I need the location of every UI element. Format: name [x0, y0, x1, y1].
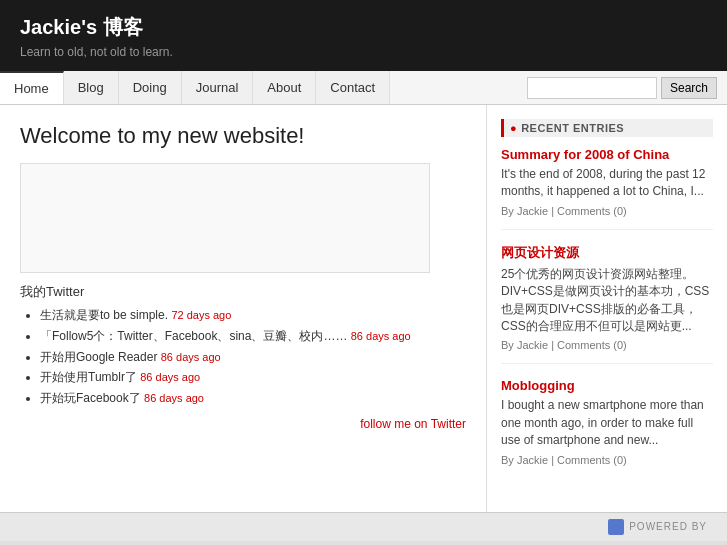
featured-image: [20, 163, 430, 273]
tweet-text: 「Follow5个：Twitter、Facebook、sina、豆瓣、校内……: [40, 329, 351, 343]
rss-icon: ●: [510, 122, 517, 134]
tweet-text: 生活就是要to be simple.: [40, 308, 171, 322]
powered-text: POWERED BY: [629, 521, 707, 532]
tweet-text: 开始玩Facebook了: [40, 391, 144, 405]
content-area: Welcome to my new website! 我的Twitter 生活就…: [0, 105, 487, 512]
tweet-time: 86 days ago: [161, 351, 221, 363]
page-heading: Welcome to my new website!: [20, 123, 466, 149]
main-area: Welcome to my new website! 我的Twitter 生活就…: [0, 105, 727, 512]
list-item: 开始玩Facebook了 86 days ago: [40, 390, 466, 407]
entry-title[interactable]: Summary for 2008 of China: [501, 147, 713, 162]
search-button[interactable]: Search: [661, 77, 717, 99]
tweet-time: 72 days ago: [171, 309, 231, 321]
nav-doing[interactable]: Doing: [119, 71, 182, 104]
sidebar-entry: 网页设计资源 25个优秀的网页设计资源网站整理。DIV+CSS是做网页设计的基本…: [501, 244, 713, 365]
entry-meta: By Jackie | Comments (0): [501, 205, 713, 217]
entry-meta: By Jackie | Comments (0): [501, 454, 713, 466]
tweet-time: 86 days ago: [140, 371, 200, 383]
entry-excerpt: 25个优秀的网页设计资源网站整理。DIV+CSS是做网页设计的基本功，CSS也是…: [501, 266, 713, 336]
nav-blog[interactable]: Blog: [64, 71, 119, 104]
nav-links: Home Blog Doing Journal About Contact: [0, 71, 517, 104]
sidebar-entry: Moblogging I bought a new smartphone mor…: [501, 378, 713, 477]
nav-search-area: Search: [517, 71, 727, 104]
site-header: Jackie's 博客 Learn to old, not old to lea…: [0, 0, 727, 71]
entry-meta: By Jackie | Comments (0): [501, 339, 713, 351]
nav-contact[interactable]: Contact: [316, 71, 390, 104]
twitter-section: 我的Twitter 生活就是要to be simple. 72 days ago…: [20, 283, 466, 431]
tweet-text: 开始用Google Reader: [40, 350, 161, 364]
tweet-text: 开始使用Tumblr了: [40, 370, 140, 384]
entry-excerpt: It's the end of 2008, during the past 12…: [501, 166, 713, 201]
nav-journal[interactable]: Journal: [182, 71, 254, 104]
twitter-list: 生活就是要to be simple. 72 days ago 「Follow5个…: [20, 307, 466, 407]
search-input[interactable]: [527, 77, 657, 99]
powered-icon: [608, 519, 624, 535]
entry-excerpt: I bought a new smartphone more than one …: [501, 397, 713, 449]
site-subtitle: Learn to old, not old to learn.: [20, 45, 707, 59]
tweet-time: 86 days ago: [351, 330, 411, 342]
entry-title[interactable]: 网页设计资源: [501, 244, 713, 262]
recent-entries-section: ● RECENT ENTRIES Summary for 2008 of Chi…: [501, 119, 713, 478]
follow-twitter-link[interactable]: follow me on Twitter: [20, 417, 466, 431]
powered-by-badge: POWERED BY: [608, 519, 707, 535]
list-item: 「Follow5个：Twitter、Facebook、sina、豆瓣、校内…… …: [40, 328, 466, 345]
nav-bar: Home Blog Doing Journal About Contact Se…: [0, 71, 727, 105]
nav-home[interactable]: Home: [0, 71, 64, 104]
tweet-time: 86 days ago: [144, 392, 204, 404]
sidebar: ● RECENT ENTRIES Summary for 2008 of Chi…: [487, 105, 727, 512]
entry-title[interactable]: Moblogging: [501, 378, 713, 393]
list-item: 生活就是要to be simple. 72 days ago: [40, 307, 466, 324]
list-item: 开始使用Tumblr了 86 days ago: [40, 369, 466, 386]
sidebar-entry: Summary for 2008 of China It's the end o…: [501, 147, 713, 230]
nav-about[interactable]: About: [253, 71, 316, 104]
site-title: Jackie's 博客: [20, 14, 707, 41]
site-footer: POWERED BY: [0, 512, 727, 541]
sidebar-section-title: ● RECENT ENTRIES: [501, 119, 713, 137]
twitter-title: 我的Twitter: [20, 283, 466, 301]
list-item: 开始用Google Reader 86 days ago: [40, 349, 466, 366]
